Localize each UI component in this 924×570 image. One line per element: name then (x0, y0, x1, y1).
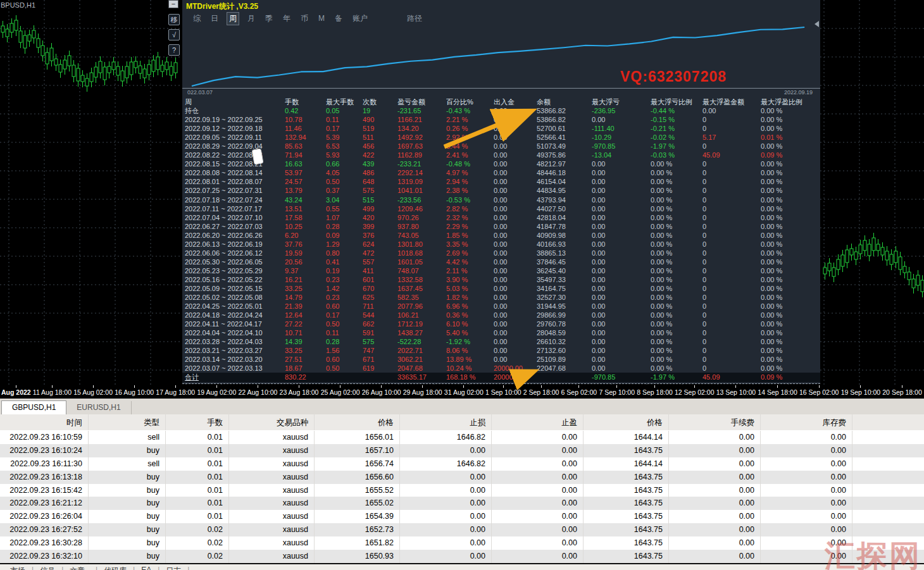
symbol-tab-eurusd[interactable]: EURUSD,H1 (66, 401, 131, 414)
status-tab-2[interactable]: 文章 . (63, 566, 96, 570)
stats-cell: 2022.09.05 ~ 2022.09.11 (185, 133, 285, 142)
move-button[interactable]: 移 (168, 14, 180, 25)
trade-row[interactable]: 2022.09.23 16:27:52buy0.02xauusd1652.730… (0, 523, 924, 536)
minimize-button[interactable]: − (168, 0, 178, 8)
status-tab-ea[interactable]: EA (135, 566, 158, 570)
stats-cell: 0.01 % (761, 133, 821, 142)
stats-cell: 40909.98 (537, 231, 592, 240)
time-axis-label: 12 Sep 02:00 (675, 385, 714, 399)
stats-cell: 411 (363, 266, 397, 275)
status-tab-3[interactable]: 代码库 (97, 566, 133, 570)
stats-cell: 5.03 % (446, 284, 494, 293)
time-axis-label: 31 Aug 02:00 (444, 385, 484, 399)
panel-tab-日[interactable]: 日 (209, 13, 220, 25)
time-axis[interactable]: Aug 202211 Aug 18:0015 Aug 02:0016 Aug 1… (0, 385, 924, 399)
panel-tab-月[interactable]: 月 (246, 13, 257, 25)
stats-cell: 0.00 (592, 328, 651, 337)
stats-cell: 2.41 % (446, 151, 494, 159)
stats-row: 2022.05.30 ~ 2022.06.0520.560.415571601.… (182, 257, 820, 266)
help-button[interactable]: ? (168, 44, 180, 56)
panel-tab-币[interactable]: 币 (299, 13, 310, 25)
trade-row[interactable]: 2022.09.23 16:15:42buy0.01xauusd1655.520… (0, 484, 924, 497)
stats-cell: 1041.01 (397, 186, 446, 195)
stats-cell: -1.97 % (651, 142, 702, 151)
panel-tab-M[interactable]: M (316, 13, 327, 23)
stats-cell: 36245.40 (537, 266, 592, 275)
trade-row[interactable]: 2022.09.23 16:10:59sell0.01xauusd1656.01… (0, 431, 924, 444)
trade-cell: 0.00 (761, 484, 852, 497)
stats-cell: 0.00 (592, 364, 651, 373)
panel-tab-年[interactable]: 年 (281, 13, 292, 25)
panel-tab-path[interactable]: 路径 (405, 13, 424, 25)
status-tab-1[interactable]: 信号 (34, 566, 61, 570)
trade-cell: 0.00 (492, 444, 584, 457)
stats-cell: 2022.03.14 ~ 2022.03.20 (185, 355, 285, 364)
article-alert-dot: . (85, 566, 89, 570)
stats-cell: 1319.09 (397, 177, 446, 186)
filler-cell (852, 444, 924, 457)
trade-row[interactable]: 2022.09.23 16:26:04buy0.01xauusd1654.390… (0, 510, 924, 523)
stats-row: 周手数最大手数次数盈亏金额百分比%出入金余额最大浮亏最大浮亏比例最大浮盈金额最大… (182, 97, 820, 106)
stats-cell: 28048.59 (537, 328, 592, 337)
stats-cell: 2022.03.07 ~ 2022.03.13 (185, 364, 285, 373)
stats-cell: 420 (363, 213, 397, 222)
stats-cell: 20000.00 (494, 373, 537, 381)
stats-cell: 0.17 (326, 311, 363, 319)
stats-cell: 0.00 (592, 257, 651, 266)
trade-header-cell: 价格 (584, 414, 669, 430)
trade-cell: 0.02 (166, 536, 229, 550)
stats-row: 2022.07.25 ~ 2022.07.3113.790.375751041.… (182, 186, 820, 195)
trade-cell: 0.00 (492, 457, 584, 471)
panel-tab-账户[interactable]: 账户 (351, 13, 370, 25)
trade-row[interactable]: 2022.09.23 16:30:28buy0.02xauusd1651.820… (0, 536, 924, 550)
stats-cell: 0 (702, 266, 761, 275)
symbol-tab-gbpusd[interactable]: GBPUSD,H1 (1, 400, 66, 414)
check-button[interactable]: √ (168, 29, 180, 40)
stats-cell: 0 (702, 319, 761, 328)
trade-row[interactable]: 2022.09.23 16:21:12buy0.01xauusd1655.020… (0, 497, 924, 510)
stats-cell: 1166.21 (397, 115, 446, 124)
stats-cell: 0.00 % (651, 302, 702, 311)
stats-cell: 2.94 % (446, 177, 494, 186)
stats-row: 2022.05.09 ~ 2022.05.1533.251.426701637.… (182, 284, 820, 293)
panel-tab-综[interactable]: 综 (191, 13, 203, 25)
stats-cell: 619 (363, 364, 397, 373)
stats-cell: 1.56 (326, 346, 363, 355)
trade-cell: 0.00 (761, 510, 852, 523)
stats-cell: 472 (363, 249, 397, 257)
stats-row: 2022.09.19 ~ 2022.09.2510.780.114901166.… (182, 115, 820, 124)
status-tab-5[interactable]: 日志 (159, 566, 187, 570)
stats-cell: 0 (702, 142, 761, 151)
stats-cell: 0.00 % (761, 266, 821, 275)
trade-cell: 0.01 (166, 510, 229, 523)
trade-row[interactable]: 2022.09.23 16:11:30sell0.01xauusd1656.74… (0, 457, 924, 471)
time-axis-label: 17 Aug 18:00 (156, 385, 195, 399)
trade-cell: 0.00 (400, 550, 492, 563)
trade-row[interactable]: 2022.09.23 16:32:10buy0.02xauusd1650.930… (0, 550, 924, 563)
status-tab-0[interactable]: 市场 (4, 566, 32, 570)
trade-cell: 0.00 (492, 536, 584, 550)
trade-row[interactable]: 2022.09.23 16:10:24buy0.01xauusd1657.100… (0, 444, 924, 457)
panel-tab-季[interactable]: 季 (263, 13, 275, 25)
stats-cell: 970.26 (397, 213, 446, 222)
stats-cell: 0.50 (326, 177, 363, 186)
trade-cell: 2022.09.23 16:32:10 (0, 550, 89, 563)
stats-cell: 13.51 (285, 204, 326, 213)
stats-cell: 0.00 % (761, 293, 821, 302)
stats-cell: 0.00 % (651, 364, 702, 373)
stats-cell: 0.00 % (651, 195, 702, 204)
trade-cell: buy (89, 550, 166, 563)
stats-cell: 0.00 (494, 106, 537, 115)
stats-cell: 0.00 (494, 177, 537, 186)
stats-cell: 0 (702, 159, 761, 168)
trade-cell: 1646.82 (400, 431, 492, 444)
stats-cell: 43793.94 (537, 195, 592, 204)
stats-cell: 0 (702, 355, 761, 364)
panel-tab-备[interactable]: 备 (333, 13, 344, 25)
stats-cell: 16.21 (285, 275, 326, 284)
stats-cell: 0.00 % (651, 249, 702, 257)
panel-tab-周[interactable]: 周 (227, 12, 239, 25)
time-axis-label: 20 Sep 18:00 (882, 385, 921, 399)
trade-row[interactable]: 2022.09.23 16:13:18buy0.01xauusd1656.600… (0, 471, 924, 484)
stats-cell: 3062.21 (397, 355, 446, 364)
